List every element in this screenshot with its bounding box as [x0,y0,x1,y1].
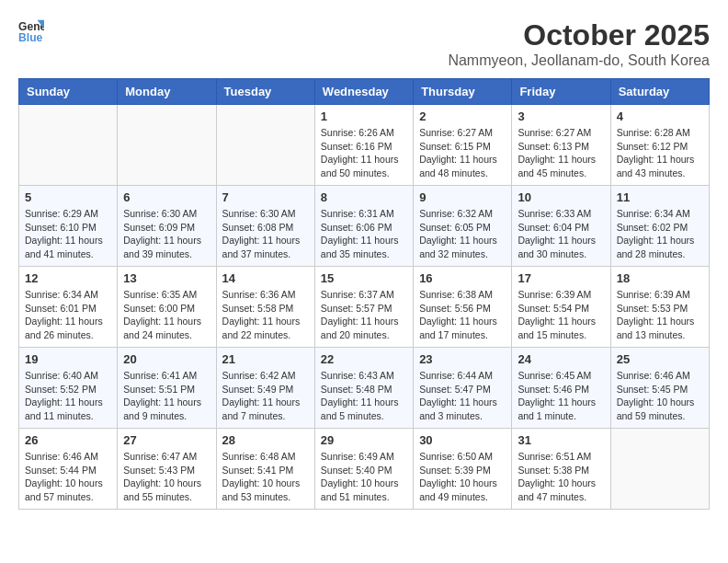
day-info: Sunrise: 6:37 AM Sunset: 5:57 PM Dayligh… [321,288,407,342]
day-number: 25 [617,352,703,366]
table-row: 1Sunrise: 6:26 AM Sunset: 6:16 PM Daylig… [314,105,413,186]
title-section: October 2025 Nammyeon, Jeollanam-do, Sou… [448,18,710,69]
day-number: 9 [419,190,506,204]
table-row: 24Sunrise: 6:45 AM Sunset: 5:46 PM Dayli… [512,348,610,429]
day-number: 7 [222,190,309,204]
day-number: 17 [518,271,604,285]
day-number: 10 [518,190,604,204]
header-friday: Friday [512,79,610,105]
day-info: Sunrise: 6:30 AM Sunset: 6:09 PM Dayligh… [123,207,210,261]
calendar-week-row: 1Sunrise: 6:26 AM Sunset: 6:16 PM Daylig… [19,105,710,186]
day-info: Sunrise: 6:51 AM Sunset: 5:38 PM Dayligh… [518,450,604,504]
day-number: 22 [321,352,407,366]
day-info: Sunrise: 6:38 AM Sunset: 5:56 PM Dayligh… [419,288,506,342]
table-row: 22Sunrise: 6:43 AM Sunset: 5:48 PM Dayli… [314,348,413,429]
day-info: Sunrise: 6:45 AM Sunset: 5:46 PM Dayligh… [518,369,604,423]
day-number: 30 [419,433,506,447]
calendar-week-row: 19Sunrise: 6:40 AM Sunset: 5:52 PM Dayli… [19,348,710,429]
day-number: 28 [222,433,309,447]
day-number: 31 [518,433,604,447]
day-info: Sunrise: 6:46 AM Sunset: 5:45 PM Dayligh… [617,369,703,423]
day-number: 13 [123,271,210,285]
day-number: 21 [222,352,309,366]
logo: General Blue [18,18,44,44]
day-info: Sunrise: 6:44 AM Sunset: 5:47 PM Dayligh… [419,369,506,423]
header-sunday: Sunday [19,79,118,105]
day-info: Sunrise: 6:41 AM Sunset: 5:51 PM Dayligh… [123,369,210,423]
calendar-week-row: 5Sunrise: 6:29 AM Sunset: 6:10 PM Daylig… [19,186,710,267]
day-number: 6 [123,190,210,204]
table-row: 30Sunrise: 6:50 AM Sunset: 5:39 PM Dayli… [414,429,512,510]
header-wednesday: Wednesday [314,79,413,105]
day-info: Sunrise: 6:30 AM Sunset: 6:08 PM Dayligh… [222,207,309,261]
day-info: Sunrise: 6:29 AM Sunset: 6:10 PM Dayligh… [25,207,111,261]
table-row: 7Sunrise: 6:30 AM Sunset: 6:08 PM Daylig… [216,186,314,267]
table-row: 13Sunrise: 6:35 AM Sunset: 6:00 PM Dayli… [118,267,216,348]
day-number: 24 [518,352,604,366]
table-row: 15Sunrise: 6:37 AM Sunset: 5:57 PM Dayli… [314,267,413,348]
day-info: Sunrise: 6:27 AM Sunset: 6:15 PM Dayligh… [419,126,506,180]
day-number: 20 [123,352,210,366]
table-row: 20Sunrise: 6:41 AM Sunset: 5:51 PM Dayli… [118,348,216,429]
table-row: 10Sunrise: 6:33 AM Sunset: 6:04 PM Dayli… [512,186,610,267]
day-info: Sunrise: 6:39 AM Sunset: 5:54 PM Dayligh… [518,288,604,342]
day-info: Sunrise: 6:28 AM Sunset: 6:12 PM Dayligh… [617,126,703,180]
table-row: 16Sunrise: 6:38 AM Sunset: 5:56 PM Dayli… [414,267,512,348]
day-info: Sunrise: 6:48 AM Sunset: 5:41 PM Dayligh… [222,450,309,504]
day-number: 2 [419,109,506,123]
table-row: 23Sunrise: 6:44 AM Sunset: 5:47 PM Dayli… [414,348,512,429]
day-number: 16 [419,271,506,285]
day-number: 8 [321,190,407,204]
day-info: Sunrise: 6:43 AM Sunset: 5:48 PM Dayligh… [321,369,407,423]
day-info: Sunrise: 6:34 AM Sunset: 6:02 PM Dayligh… [617,207,703,261]
svg-text:Blue: Blue [18,31,43,44]
day-number: 23 [419,352,506,366]
day-info: Sunrise: 6:49 AM Sunset: 5:40 PM Dayligh… [321,450,407,504]
table-row: 18Sunrise: 6:39 AM Sunset: 5:53 PM Dayli… [610,267,709,348]
day-info: Sunrise: 6:32 AM Sunset: 6:05 PM Dayligh… [419,207,506,261]
header: General Blue October 2025 Nammyeon, Jeol… [18,18,710,69]
day-number: 15 [321,271,407,285]
day-number: 26 [25,433,111,447]
day-number: 3 [518,109,604,123]
day-info: Sunrise: 6:46 AM Sunset: 5:44 PM Dayligh… [25,450,111,504]
day-info: Sunrise: 6:40 AM Sunset: 5:52 PM Dayligh… [25,369,111,423]
day-info: Sunrise: 6:50 AM Sunset: 5:39 PM Dayligh… [419,450,506,504]
day-number: 12 [25,271,111,285]
table-row [610,429,709,510]
day-info: Sunrise: 6:27 AM Sunset: 6:13 PM Dayligh… [518,126,604,180]
table-row [118,105,216,186]
table-row: 6Sunrise: 6:30 AM Sunset: 6:09 PM Daylig… [118,186,216,267]
table-row: 26Sunrise: 6:46 AM Sunset: 5:44 PM Dayli… [19,429,118,510]
day-number: 1 [321,109,407,123]
day-number: 29 [321,433,407,447]
table-row: 29Sunrise: 6:49 AM Sunset: 5:40 PM Dayli… [314,429,413,510]
day-info: Sunrise: 6:34 AM Sunset: 6:01 PM Dayligh… [25,288,111,342]
day-info: Sunrise: 6:36 AM Sunset: 5:58 PM Dayligh… [222,288,309,342]
table-row: 14Sunrise: 6:36 AM Sunset: 5:58 PM Dayli… [216,267,314,348]
day-info: Sunrise: 6:39 AM Sunset: 5:53 PM Dayligh… [617,288,703,342]
table-row: 31Sunrise: 6:51 AM Sunset: 5:38 PM Dayli… [512,429,610,510]
day-number: 4 [617,109,703,123]
header-saturday: Saturday [610,79,709,105]
logo-icon: General Blue [18,18,44,44]
table-row: 3Sunrise: 6:27 AM Sunset: 6:13 PM Daylig… [512,105,610,186]
day-number: 14 [222,271,309,285]
day-info: Sunrise: 6:35 AM Sunset: 6:00 PM Dayligh… [123,288,210,342]
table-row [19,105,118,186]
calendar-week-row: 26Sunrise: 6:46 AM Sunset: 5:44 PM Dayli… [19,429,710,510]
day-info: Sunrise: 6:26 AM Sunset: 6:16 PM Dayligh… [321,126,407,180]
table-row: 28Sunrise: 6:48 AM Sunset: 5:41 PM Dayli… [216,429,314,510]
calendar-table: Sunday Monday Tuesday Wednesday Thursday… [18,78,710,510]
calendar-subtitle: Nammyeon, Jeollanam-do, South Korea [448,52,710,69]
day-number: 5 [25,190,111,204]
day-number: 19 [25,352,111,366]
table-row [216,105,314,186]
table-row: 2Sunrise: 6:27 AM Sunset: 6:15 PM Daylig… [414,105,512,186]
day-number: 11 [617,190,703,204]
table-row: 9Sunrise: 6:32 AM Sunset: 6:05 PM Daylig… [414,186,512,267]
day-number: 18 [617,271,703,285]
header-thursday: Thursday [414,79,512,105]
table-row: 4Sunrise: 6:28 AM Sunset: 6:12 PM Daylig… [610,105,709,186]
day-info: Sunrise: 6:33 AM Sunset: 6:04 PM Dayligh… [518,207,604,261]
